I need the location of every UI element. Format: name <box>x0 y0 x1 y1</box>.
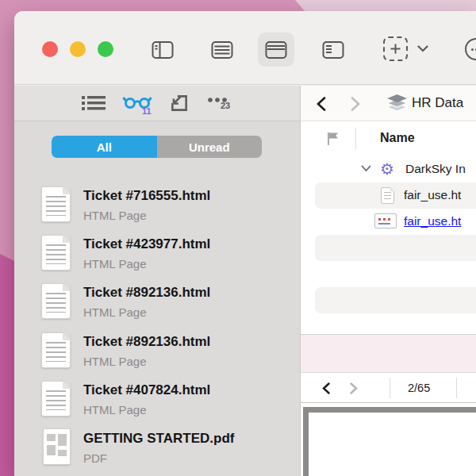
file-link[interactable]: fair_use.ht <box>404 214 461 228</box>
filter-all-button[interactable]: All <box>52 136 157 158</box>
list-item[interactable]: Ticket #407824.html HTML Page <box>14 377 300 425</box>
page-forward-chevron-icon[interactable] <box>350 382 358 394</box>
disclosure-chevron-down-icon[interactable] <box>361 165 371 172</box>
file-kind: PDF <box>83 451 107 465</box>
table-row-empty <box>301 235 476 261</box>
file-name: fair_use.ht <box>404 188 461 202</box>
zebra-stripe <box>315 235 476 261</box>
browser-title: HR Data <box>412 95 463 111</box>
file-name: Ticket #423977.html <box>83 236 210 252</box>
page-back-chevron-icon[interactable] <box>322 382 330 394</box>
more-count-badge: 23 <box>221 101 230 110</box>
ellipsis-icon[interactable]: 23 <box>207 96 231 106</box>
pdf-file-icon <box>43 428 71 465</box>
filter-unread-button[interactable]: Unread <box>157 136 263 158</box>
table-row-file[interactable]: fair_use.ht <box>301 182 476 209</box>
browser-nav-bar: HR Data <box>301 86 476 121</box>
list-item[interactable]: Ticket #892136.html HTML Page <box>14 328 300 377</box>
table-row-empty <box>301 287 476 313</box>
table-row-link[interactable]: fair_use.ht <box>301 209 476 235</box>
file-kind: HTML Page <box>83 355 146 368</box>
top-preview-view-icon[interactable] <box>265 40 287 60</box>
html-file-icon <box>41 332 71 368</box>
scan-plus-button[interactable] <box>383 36 408 61</box>
list-item[interactable]: GETTING STARTED.pdf PDF <box>14 425 300 474</box>
html-file-icon <box>41 381 71 416</box>
table-row-empty <box>301 261 476 287</box>
file-kind: HTML Page <box>83 257 146 271</box>
window-toolbar <box>14 11 476 85</box>
pager-divider <box>456 378 457 398</box>
read-filter-segmented-control: All Unread <box>52 136 262 158</box>
html-file-icon <box>41 186 71 222</box>
file-name: GETTING STARTED.pdf <box>83 431 234 447</box>
minimize-button[interactable] <box>70 41 86 57</box>
close-button[interactable] <box>42 41 58 57</box>
forward-chevron-icon[interactable] <box>351 97 360 111</box>
file-name: Ticket #892136.html <box>83 285 210 301</box>
compact-view-icon[interactable] <box>322 40 344 60</box>
app-window: 11 23 All Unread Ti <box>14 11 476 476</box>
column-divider <box>355 128 356 150</box>
back-chevron-icon[interactable] <box>317 97 326 111</box>
name-column-header[interactable]: Name <box>380 131 415 145</box>
sidebar: 11 23 All Unread Ti <box>14 86 300 476</box>
folder-name: DarkSky In <box>405 162 466 176</box>
preview-page <box>309 413 476 476</box>
wallpaper-dark-stripe <box>0 248 16 476</box>
zoom-button[interactable] <box>98 41 113 57</box>
list-item[interactable]: Ticket #892136.html HTML Page <box>14 279 300 328</box>
list-item[interactable]: Ticket #423977.html HTML Page <box>14 231 300 279</box>
list-view-icon[interactable] <box>211 40 233 60</box>
table-row-folder[interactable]: ⚙ DarkSky In <box>301 156 476 182</box>
flag-icon[interactable] <box>327 132 340 146</box>
zebra-stripe <box>315 287 476 313</box>
browser-panel: HR Data Name ⚙ DarkSky In <box>300 86 476 476</box>
file-kind: HTML Page <box>83 209 146 222</box>
glasses-icon[interactable]: 11 <box>122 94 152 111</box>
document-preview[interactable] <box>301 403 476 476</box>
file-kind: HTML Page <box>83 305 146 319</box>
file-kind: HTML Page <box>83 403 146 416</box>
document-icon <box>381 187 394 204</box>
webpage-icon <box>374 213 397 228</box>
desktop: { "wallpaper": { "pink_main": "#d594b7",… <box>0 0 476 476</box>
more-ellipsis-button[interactable] <box>465 38 476 60</box>
column-header-row: Name <box>301 121 476 156</box>
gear-icon: ⚙ <box>380 159 394 179</box>
read-count-badge: 11 <box>142 106 152 116</box>
layers-stack-icon <box>386 94 408 114</box>
highlighted-row[interactable] <box>301 334 476 373</box>
sidebar-toolbar: 11 23 <box>14 86 300 121</box>
preview-pager-bar: 2/65 <box>301 373 476 403</box>
list-item[interactable]: Ticket #716555.html HTML Page <box>14 182 300 231</box>
scan-chevron-down-icon[interactable] <box>417 45 428 52</box>
sidebar-view-icon[interactable] <box>152 40 174 60</box>
file-name: Ticket #716555.html <box>83 188 210 204</box>
file-name: Ticket #892136.html <box>83 334 210 350</box>
file-name: Ticket #407824.html <box>83 382 210 398</box>
html-file-icon <box>41 235 71 271</box>
import-tray-icon[interactable] <box>169 93 190 113</box>
pager-divider <box>390 378 390 398</box>
page-indicator: 2/65 <box>408 382 430 394</box>
bullet-list-icon[interactable] <box>82 94 106 112</box>
html-file-icon <box>41 283 71 319</box>
